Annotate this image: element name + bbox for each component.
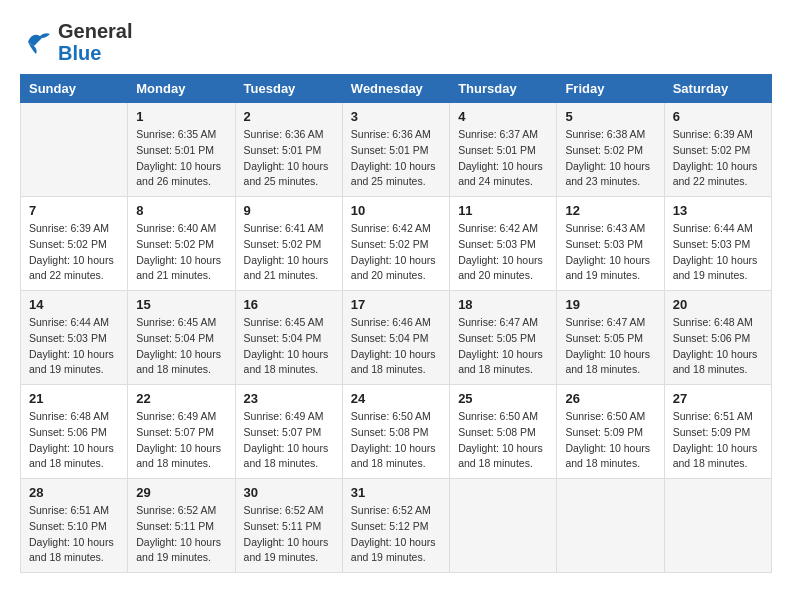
calendar-cell: 31Sunrise: 6:52 AMSunset: 5:12 PMDayligh… <box>342 479 449 573</box>
day-number: 8 <box>136 203 226 218</box>
day-info: Sunrise: 6:44 AMSunset: 5:03 PMDaylight:… <box>673 221 763 284</box>
calendar-week-row: 1Sunrise: 6:35 AMSunset: 5:01 PMDaylight… <box>21 103 772 197</box>
calendar-cell: 15Sunrise: 6:45 AMSunset: 5:04 PMDayligh… <box>128 291 235 385</box>
day-number: 7 <box>29 203 119 218</box>
day-number: 24 <box>351 391 441 406</box>
day-number: 3 <box>351 109 441 124</box>
calendar-cell: 30Sunrise: 6:52 AMSunset: 5:11 PMDayligh… <box>235 479 342 573</box>
day-info: Sunrise: 6:52 AMSunset: 5:11 PMDaylight:… <box>136 503 226 566</box>
calendar-cell: 12Sunrise: 6:43 AMSunset: 5:03 PMDayligh… <box>557 197 664 291</box>
day-info: Sunrise: 6:41 AMSunset: 5:02 PMDaylight:… <box>244 221 334 284</box>
calendar-cell: 28Sunrise: 6:51 AMSunset: 5:10 PMDayligh… <box>21 479 128 573</box>
calendar-cell: 27Sunrise: 6:51 AMSunset: 5:09 PMDayligh… <box>664 385 771 479</box>
day-info: Sunrise: 6:47 AMSunset: 5:05 PMDaylight:… <box>458 315 548 378</box>
day-number: 22 <box>136 391 226 406</box>
day-number: 15 <box>136 297 226 312</box>
day-number: 12 <box>565 203 655 218</box>
calendar-cell: 10Sunrise: 6:42 AMSunset: 5:02 PMDayligh… <box>342 197 449 291</box>
day-number: 11 <box>458 203 548 218</box>
calendar-cell: 11Sunrise: 6:42 AMSunset: 5:03 PMDayligh… <box>450 197 557 291</box>
calendar-cell <box>21 103 128 197</box>
calendar-cell: 13Sunrise: 6:44 AMSunset: 5:03 PMDayligh… <box>664 197 771 291</box>
day-info: Sunrise: 6:49 AMSunset: 5:07 PMDaylight:… <box>244 409 334 472</box>
calendar-cell: 23Sunrise: 6:49 AMSunset: 5:07 PMDayligh… <box>235 385 342 479</box>
calendar-cell: 9Sunrise: 6:41 AMSunset: 5:02 PMDaylight… <box>235 197 342 291</box>
logo-line1: General <box>58 20 132 42</box>
day-info: Sunrise: 6:46 AMSunset: 5:04 PMDaylight:… <box>351 315 441 378</box>
calendar-cell: 29Sunrise: 6:52 AMSunset: 5:11 PMDayligh… <box>128 479 235 573</box>
day-number: 26 <box>565 391 655 406</box>
day-number: 27 <box>673 391 763 406</box>
calendar-cell: 18Sunrise: 6:47 AMSunset: 5:05 PMDayligh… <box>450 291 557 385</box>
day-info: Sunrise: 6:37 AMSunset: 5:01 PMDaylight:… <box>458 127 548 190</box>
day-info: Sunrise: 6:48 AMSunset: 5:06 PMDaylight:… <box>673 315 763 378</box>
calendar-cell: 19Sunrise: 6:47 AMSunset: 5:05 PMDayligh… <box>557 291 664 385</box>
day-number: 4 <box>458 109 548 124</box>
day-info: Sunrise: 6:38 AMSunset: 5:02 PMDaylight:… <box>565 127 655 190</box>
day-info: Sunrise: 6:42 AMSunset: 5:02 PMDaylight:… <box>351 221 441 284</box>
calendar-cell: 5Sunrise: 6:38 AMSunset: 5:02 PMDaylight… <box>557 103 664 197</box>
day-number: 23 <box>244 391 334 406</box>
day-info: Sunrise: 6:45 AMSunset: 5:04 PMDaylight:… <box>244 315 334 378</box>
calendar-cell <box>557 479 664 573</box>
day-number: 16 <box>244 297 334 312</box>
day-info: Sunrise: 6:52 AMSunset: 5:12 PMDaylight:… <box>351 503 441 566</box>
logo-bird-icon <box>20 28 54 56</box>
calendar-cell: 7Sunrise: 6:39 AMSunset: 5:02 PMDaylight… <box>21 197 128 291</box>
day-info: Sunrise: 6:50 AMSunset: 5:08 PMDaylight:… <box>351 409 441 472</box>
calendar-cell: 17Sunrise: 6:46 AMSunset: 5:04 PMDayligh… <box>342 291 449 385</box>
day-info: Sunrise: 6:36 AMSunset: 5:01 PMDaylight:… <box>244 127 334 190</box>
calendar-cell <box>450 479 557 573</box>
weekday-header-saturday: Saturday <box>664 75 771 103</box>
calendar-cell: 4Sunrise: 6:37 AMSunset: 5:01 PMDaylight… <box>450 103 557 197</box>
day-info: Sunrise: 6:44 AMSunset: 5:03 PMDaylight:… <box>29 315 119 378</box>
day-number: 29 <box>136 485 226 500</box>
page-header: General Blue <box>20 20 772 64</box>
day-info: Sunrise: 6:48 AMSunset: 5:06 PMDaylight:… <box>29 409 119 472</box>
day-info: Sunrise: 6:39 AMSunset: 5:02 PMDaylight:… <box>673 127 763 190</box>
day-number: 9 <box>244 203 334 218</box>
day-number: 21 <box>29 391 119 406</box>
calendar-cell: 3Sunrise: 6:36 AMSunset: 5:01 PMDaylight… <box>342 103 449 197</box>
calendar-cell: 16Sunrise: 6:45 AMSunset: 5:04 PMDayligh… <box>235 291 342 385</box>
calendar-cell: 26Sunrise: 6:50 AMSunset: 5:09 PMDayligh… <box>557 385 664 479</box>
day-info: Sunrise: 6:42 AMSunset: 5:03 PMDaylight:… <box>458 221 548 284</box>
day-number: 30 <box>244 485 334 500</box>
calendar-cell: 25Sunrise: 6:50 AMSunset: 5:08 PMDayligh… <box>450 385 557 479</box>
logo-line2: Blue <box>58 42 132 64</box>
calendar-table: SundayMondayTuesdayWednesdayThursdayFrid… <box>20 74 772 573</box>
day-number: 20 <box>673 297 763 312</box>
day-info: Sunrise: 6:50 AMSunset: 5:09 PMDaylight:… <box>565 409 655 472</box>
weekday-header-row: SundayMondayTuesdayWednesdayThursdayFrid… <box>21 75 772 103</box>
calendar-cell: 24Sunrise: 6:50 AMSunset: 5:08 PMDayligh… <box>342 385 449 479</box>
logo: General Blue <box>20 20 132 64</box>
calendar-week-row: 14Sunrise: 6:44 AMSunset: 5:03 PMDayligh… <box>21 291 772 385</box>
day-number: 31 <box>351 485 441 500</box>
day-number: 2 <box>244 109 334 124</box>
calendar-week-row: 28Sunrise: 6:51 AMSunset: 5:10 PMDayligh… <box>21 479 772 573</box>
day-info: Sunrise: 6:49 AMSunset: 5:07 PMDaylight:… <box>136 409 226 472</box>
calendar-week-row: 7Sunrise: 6:39 AMSunset: 5:02 PMDaylight… <box>21 197 772 291</box>
day-info: Sunrise: 6:40 AMSunset: 5:02 PMDaylight:… <box>136 221 226 284</box>
day-info: Sunrise: 6:43 AMSunset: 5:03 PMDaylight:… <box>565 221 655 284</box>
day-info: Sunrise: 6:35 AMSunset: 5:01 PMDaylight:… <box>136 127 226 190</box>
day-number: 14 <box>29 297 119 312</box>
weekday-header-thursday: Thursday <box>450 75 557 103</box>
day-number: 18 <box>458 297 548 312</box>
calendar-cell: 6Sunrise: 6:39 AMSunset: 5:02 PMDaylight… <box>664 103 771 197</box>
weekday-header-friday: Friday <box>557 75 664 103</box>
day-number: 25 <box>458 391 548 406</box>
day-info: Sunrise: 6:47 AMSunset: 5:05 PMDaylight:… <box>565 315 655 378</box>
calendar-week-row: 21Sunrise: 6:48 AMSunset: 5:06 PMDayligh… <box>21 385 772 479</box>
calendar-cell: 2Sunrise: 6:36 AMSunset: 5:01 PMDaylight… <box>235 103 342 197</box>
calendar-cell: 1Sunrise: 6:35 AMSunset: 5:01 PMDaylight… <box>128 103 235 197</box>
day-info: Sunrise: 6:39 AMSunset: 5:02 PMDaylight:… <box>29 221 119 284</box>
day-info: Sunrise: 6:52 AMSunset: 5:11 PMDaylight:… <box>244 503 334 566</box>
day-info: Sunrise: 6:51 AMSunset: 5:10 PMDaylight:… <box>29 503 119 566</box>
weekday-header-wednesday: Wednesday <box>342 75 449 103</box>
day-number: 13 <box>673 203 763 218</box>
calendar-cell <box>664 479 771 573</box>
calendar-cell: 20Sunrise: 6:48 AMSunset: 5:06 PMDayligh… <box>664 291 771 385</box>
day-number: 28 <box>29 485 119 500</box>
day-number: 17 <box>351 297 441 312</box>
